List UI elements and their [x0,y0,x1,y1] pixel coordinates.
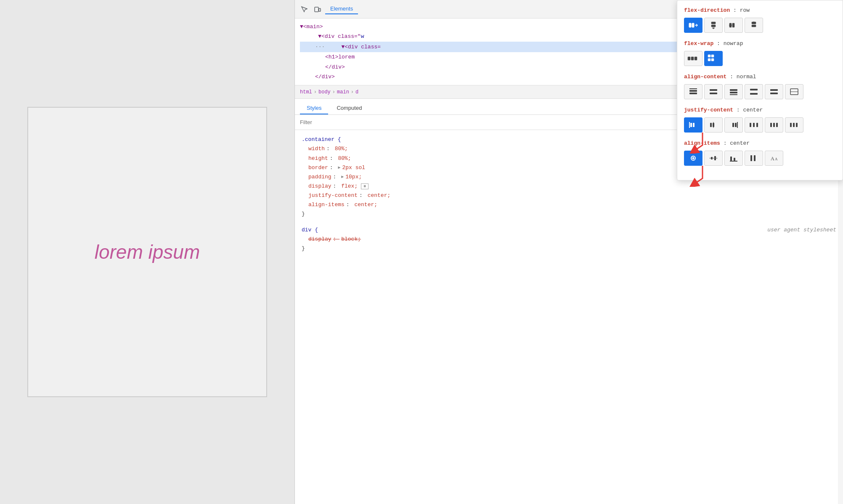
align-content-stretch-btn[interactable] [785,84,803,99]
svg-rect-16 [711,58,714,61]
flex-wrap-nowrap-btn[interactable] [684,51,702,66]
svg-rect-53 [711,157,713,159]
svg-rect-4 [711,22,716,24]
svg-rect-21 [710,93,717,94]
flex-direction-buttons [684,18,836,33]
svg-rect-45 [776,123,778,127]
svg-rect-42 [756,123,758,127]
svg-rect-34 [710,123,712,127]
tab-computed[interactable]: Computed [330,102,368,114]
svg-rect-25 [750,89,758,90]
browser-preview: lorem ipsum [0,0,294,504]
align-items-center-btn[interactable] [704,151,723,166]
svg-rect-47 [793,123,795,127]
svg-rect-56 [734,158,735,161]
align-content-center-btn[interactable] [704,84,723,99]
svg-rect-15 [708,58,710,61]
flex-direction-section: flex-direction : row [684,7,836,33]
justify-content-space-around-btn[interactable] [765,117,783,133]
flex-dir-row-reverse-btn[interactable] [724,18,743,33]
ua-stylesheet-label: user agent stylesheet [767,225,836,235]
justify-content-space-between-btn[interactable] [745,117,763,133]
svg-rect-5 [711,25,716,27]
svg-rect-7 [732,23,734,27]
elements-tab[interactable]: Elements [325,4,358,14]
prop-align-items: align-items : center; [308,200,836,210]
closing-brace: } [302,210,836,219]
align-content-start-btn[interactable] [684,84,702,99]
justify-content-start-btn[interactable] [684,117,702,133]
flex-wrap-wrap-btn[interactable] [704,51,723,66]
align-items-baseline-btn[interactable]: A A [765,151,783,166]
preview-text: lorem ipsum [95,241,200,263]
align-content-space-around-btn[interactable] [765,84,783,99]
svg-rect-33 [693,123,695,127]
svg-rect-1 [319,8,321,11]
svg-rect-9 [752,25,756,27]
tab-styles[interactable]: Styles [300,102,328,114]
svg-rect-58 [750,155,752,161]
svg-rect-38 [735,123,737,127]
justify-content-section: justify-content : center [684,107,836,133]
svg-text:A: A [775,157,778,161]
align-content-label: align-content : normal [684,74,836,80]
justify-content-label: justify-content : center [684,107,836,113]
prop-display-block: display : block; [308,235,836,244]
breadcrumb-main[interactable]: main [337,89,349,95]
svg-rect-44 [773,123,775,127]
svg-rect-35 [713,123,714,127]
align-items-label: align-items : center [684,140,836,146]
justify-content-end-btn[interactable] [724,117,743,133]
svg-rect-54 [714,156,716,160]
svg-rect-48 [796,123,798,127]
devtools-panel: Elements ▼<main> ▼<div class="w ··· ▼<di… [294,0,843,504]
preview-container: lorem ipsum [27,107,267,397]
align-content-end-btn[interactable] [724,84,743,99]
div-rule: div { user agent stylesheet display : bl… [302,225,836,253]
flex-dir-col-reverse-btn[interactable] [745,18,763,33]
svg-rect-10 [688,57,690,60]
justify-content-buttons [684,117,836,133]
svg-rect-18 [689,90,697,92]
svg-rect-13 [708,55,710,57]
align-items-end-btn[interactable] [724,151,743,166]
align-content-space-between-btn[interactable] [745,84,763,99]
svg-rect-55 [730,157,732,161]
svg-rect-26 [750,93,758,95]
flex-wrap-label: flex-wrap : nowrap [684,40,836,47]
flex-wrap-section: flex-wrap : nowrap [684,40,836,66]
breadcrumb-body[interactable]: body [318,89,331,95]
flex-wrap-buttons [684,51,836,66]
flex-direction-label: flex-direction : row [684,7,836,13]
css-rules: .container { width : 80%; height : 80%; [295,130,843,504]
justify-content-center-btn[interactable] [704,117,723,133]
svg-rect-23 [730,92,737,93]
prop-justify-content: justify-content : center; [308,191,836,200]
align-items-section: align-items : center [684,140,836,166]
align-items-stretch-btn[interactable] [745,151,763,166]
align-items-start-btn[interactable] [684,151,702,166]
svg-rect-43 [770,123,772,127]
svg-rect-0 [315,7,318,12]
flex-dir-row-btn[interactable] [684,18,702,33]
align-content-section: align-content : normal [684,74,836,99]
svg-rect-2 [689,23,691,27]
svg-rect-41 [753,123,755,127]
device-toolbar-icon[interactable] [312,3,323,15]
flex-grid-icon[interactable]: ⊞ [361,183,368,189]
svg-rect-28 [770,93,778,94]
svg-rect-27 [770,89,778,91]
svg-rect-40 [750,123,751,127]
breadcrumb-html[interactable]: html [300,89,312,95]
justify-content-space-evenly-btn[interactable] [785,117,803,133]
flex-dir-column-btn[interactable] [704,18,723,33]
inspect-icon[interactable] [298,3,310,15]
breadcrumb-div[interactable]: d [355,89,358,95]
svg-rect-22 [730,89,737,91]
svg-rect-14 [711,55,714,57]
svg-rect-3 [692,23,694,27]
svg-rect-59 [754,155,756,161]
svg-rect-19 [689,93,697,94]
prop-display: display : flex; ⊞ [308,182,836,191]
svg-text:A: A [771,156,774,162]
